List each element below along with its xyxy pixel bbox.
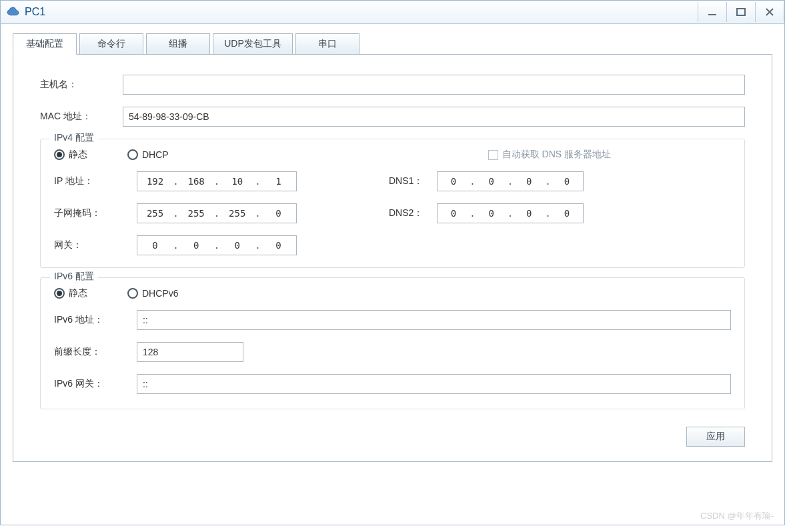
ipv6-gateway-input[interactable] xyxy=(137,374,731,394)
auto-dns-label: 自动获取 DNS 服务器地址 xyxy=(502,149,611,161)
ipv4-dhcp-radio[interactable]: DHCP xyxy=(127,149,169,160)
auto-dns-checkbox[interactable]: 自动获取 DNS 服务器地址 xyxy=(488,149,731,161)
hostname-label: 主机名： xyxy=(40,79,123,91)
tab-basic-config[interactable]: 基础配置 xyxy=(13,33,77,55)
window-frame: 基础配置 命令行 组播 UDP发包工具 串口 主机名： MAC 地址： IPv4… xyxy=(0,24,785,525)
ipv4-static-radio[interactable]: 静态 xyxy=(54,149,87,161)
hostname-input[interactable] xyxy=(123,75,745,95)
radio-icon xyxy=(54,149,65,160)
tab-udp-tool[interactable]: UDP发包工具 xyxy=(213,33,293,55)
app-cloud-icon xyxy=(6,6,21,18)
minimize-button[interactable] xyxy=(698,2,727,22)
watermark-text: CSDN @年年有瑜- xyxy=(700,510,774,522)
subnet-mask-label: 子网掩码： xyxy=(54,207,137,219)
ipv4-legend: IPv4 配置 xyxy=(50,132,98,144)
ipv6-prefix-label: 前缀长度： xyxy=(54,346,137,358)
ipv6-group: IPv6 配置 静态 DHCPv6 IPv6 地址： 前缀长度： xyxy=(40,277,745,409)
title-bar: PC1 xyxy=(0,0,785,24)
dns1-label: DNS1： xyxy=(383,175,437,187)
svg-rect-1 xyxy=(737,9,745,15)
ipv4-group: IPv4 配置 静态 DHCP 自动获取 DNS 服务器地址 IP 地址： xyxy=(40,139,745,268)
tab-cmd[interactable]: 命令行 xyxy=(79,33,143,55)
tab-multicast[interactable]: 组播 xyxy=(146,33,210,55)
ipv6-gateway-label: IPv6 网关： xyxy=(54,378,137,390)
ipv6-dhcpv6-label: DHCPv6 xyxy=(142,288,178,299)
tab-bar: 基础配置 命令行 组播 UDP发包工具 串口 xyxy=(13,33,772,55)
dns2-label: DNS2： xyxy=(383,207,437,219)
ipv6-static-label: 静态 xyxy=(69,287,87,299)
tab-serial[interactable]: 串口 xyxy=(295,33,359,55)
ipv6-dhcpv6-radio[interactable]: DHCPv6 xyxy=(127,288,178,299)
radio-icon xyxy=(127,149,138,160)
ipv6-address-input[interactable] xyxy=(137,310,731,330)
ipv6-address-label: IPv6 地址： xyxy=(54,314,137,326)
config-panel: 主机名： MAC 地址： IPv4 配置 静态 DHCP 自动获 xyxy=(13,54,772,462)
ip-address-input[interactable]: 192. 168. 10. 1 xyxy=(137,171,297,191)
subnet-mask-input[interactable]: 255. 255. 255. 0 xyxy=(137,203,297,223)
maximize-button[interactable] xyxy=(726,2,756,22)
ipv4-static-label: 静态 xyxy=(69,149,87,161)
radio-icon xyxy=(127,288,138,299)
apply-button[interactable]: 应用 xyxy=(686,427,745,447)
ipv6-prefix-input[interactable] xyxy=(137,342,243,362)
window-title: PC1 xyxy=(25,6,45,18)
ipv6-legend: IPv6 配置 xyxy=(50,271,98,283)
ipv6-static-radio[interactable]: 静态 xyxy=(54,287,87,299)
gateway-label: 网关： xyxy=(54,239,137,251)
ipv4-dhcp-label: DHCP xyxy=(142,149,169,160)
mac-input[interactable] xyxy=(123,107,745,127)
gateway-input[interactable]: 0. 0. 0. 0 xyxy=(137,235,297,255)
mac-label: MAC 地址： xyxy=(40,111,123,123)
close-button[interactable] xyxy=(755,2,784,22)
ip-address-label: IP 地址： xyxy=(54,175,137,187)
radio-icon xyxy=(54,288,65,299)
dns1-input[interactable]: 0. 0. 0. 0 xyxy=(437,171,584,191)
dns2-input[interactable]: 0. 0. 0. 0 xyxy=(437,203,584,223)
checkbox-icon xyxy=(488,150,498,160)
svg-rect-0 xyxy=(708,14,716,15)
